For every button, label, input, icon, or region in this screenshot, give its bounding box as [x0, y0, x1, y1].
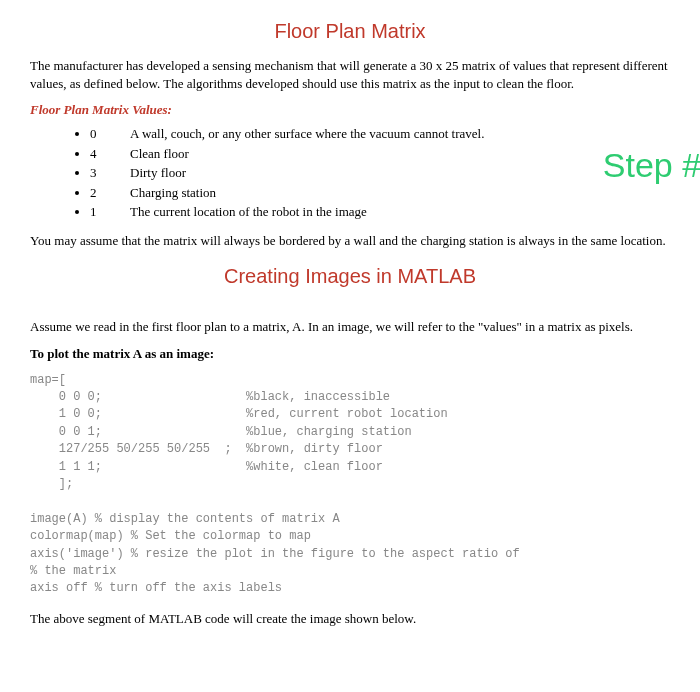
matrix-desc: Charging station: [130, 185, 216, 200]
assume-paragraph: Assume we read in the first floor plan t…: [30, 318, 670, 336]
matrix-key: 1: [90, 202, 130, 222]
matrix-key: 2: [90, 183, 130, 203]
matrix-key: 4: [90, 144, 130, 164]
matrix-desc: Clean floor: [130, 146, 189, 161]
floor-plan-title: Floor Plan Matrix: [30, 20, 670, 43]
matrix-desc: A wall, couch, or any other surface wher…: [130, 126, 484, 141]
creating-images-title: Creating Images in MATLAB: [30, 265, 670, 288]
matrix-key: 0: [90, 124, 130, 144]
list-item: 0A wall, couch, or any other surface whe…: [90, 124, 670, 144]
code-block: map=[ 0 0 0; %black, inaccessible 1 0 0;…: [30, 372, 670, 598]
step-overlay: Step #3: [603, 146, 700, 185]
list-item: 1The current location of the robot in th…: [90, 202, 670, 222]
values-header: Floor Plan Matrix Values:: [30, 102, 670, 118]
intro-paragraph: The manufacturer has developed a sensing…: [30, 57, 670, 92]
matrix-desc: Dirty floor: [130, 165, 186, 180]
list-item: 4Clean floor: [90, 144, 670, 164]
assumption-paragraph: You may assume that the matrix will alwa…: [30, 232, 670, 250]
matrix-key: 3: [90, 163, 130, 183]
matrix-desc: The current location of the robot in the…: [130, 204, 367, 219]
plot-header: To plot the matrix A as an image:: [30, 346, 670, 362]
matrix-values-list: 0A wall, couch, or any other surface whe…: [30, 124, 670, 222]
list-item: 2Charging station: [90, 183, 670, 203]
closing-paragraph: The above segment of MATLAB code will cr…: [30, 610, 670, 628]
list-item: 3Dirty floor: [90, 163, 670, 183]
